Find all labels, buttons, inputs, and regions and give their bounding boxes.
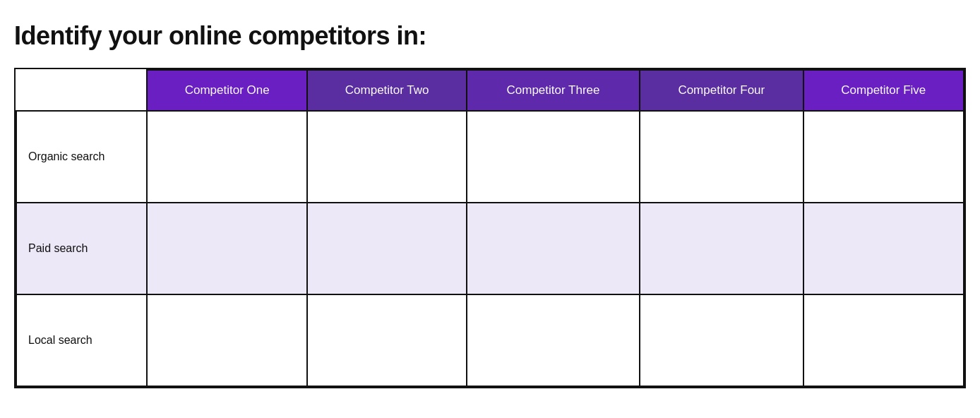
cell-local-competitor-two[interactable] bbox=[307, 294, 467, 386]
cell-paid-competitor-two[interactable] bbox=[307, 203, 467, 294]
cell-paid-competitor-four[interactable] bbox=[640, 203, 803, 294]
cell-paid-competitor-one[interactable] bbox=[147, 203, 307, 294]
page-title: Identify your online competitors in: bbox=[14, 21, 966, 51]
table-header-competitor-one: Competitor One bbox=[147, 70, 307, 111]
cell-organic-competitor-two[interactable] bbox=[307, 111, 467, 203]
cell-local-competitor-five[interactable] bbox=[803, 294, 964, 386]
cell-paid-competitor-five[interactable] bbox=[803, 203, 964, 294]
table-header-competitor-four: Competitor Four bbox=[640, 70, 803, 111]
table-header-empty bbox=[16, 70, 147, 111]
row-label-local: Local search bbox=[16, 294, 147, 386]
row-label-paid: Paid search bbox=[16, 203, 147, 294]
table-row-local: Local search bbox=[16, 294, 964, 386]
table-header-competitor-two: Competitor Two bbox=[307, 70, 467, 111]
table-row-paid: Paid search bbox=[16, 203, 964, 294]
competitors-table: Competitor One Competitor Two Competitor… bbox=[14, 68, 966, 388]
cell-organic-competitor-five[interactable] bbox=[803, 111, 964, 203]
cell-local-competitor-three[interactable] bbox=[467, 294, 640, 386]
cell-local-competitor-four[interactable] bbox=[640, 294, 803, 386]
cell-organic-competitor-three[interactable] bbox=[467, 111, 640, 203]
table-row-organic: Organic search bbox=[16, 111, 964, 203]
cell-organic-competitor-four[interactable] bbox=[640, 111, 803, 203]
table-header-competitor-three: Competitor Three bbox=[467, 70, 640, 111]
cell-organic-competitor-one[interactable] bbox=[147, 111, 307, 203]
table-header-competitor-five: Competitor Five bbox=[803, 70, 964, 111]
cell-paid-competitor-three[interactable] bbox=[467, 203, 640, 294]
row-label-organic: Organic search bbox=[16, 111, 147, 203]
cell-local-competitor-one[interactable] bbox=[147, 294, 307, 386]
